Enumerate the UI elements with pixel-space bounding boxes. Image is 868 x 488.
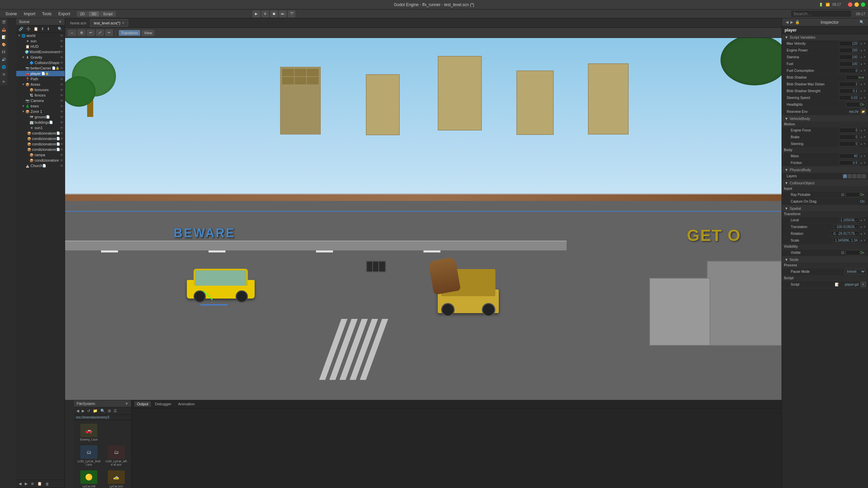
view-3d-button[interactable]: 3D — [88, 11, 99, 17]
spinner-dn3[interactable]: ▼ — [863, 56, 866, 59]
value-max-velocity[interactable]: 120 — [839, 41, 859, 46]
spatial-header[interactable]: ▼ Spatial — [782, 205, 868, 211]
tree-item-camera[interactable]: 📷 Camera 👁 — [16, 98, 65, 103]
eye-icon[interactable]: 👁 — [60, 66, 63, 70]
layer-chip-5[interactable] — [862, 174, 866, 178]
tool-rotate[interactable]: ↩ — [87, 29, 95, 36]
animation-tab[interactable]: Animation — [175, 401, 197, 407]
search-input[interactable] — [791, 10, 852, 17]
eye-icon[interactable]: 👁 — [60, 77, 63, 81]
value-scale[interactable]: 1.345896, 1.34 — [833, 238, 859, 243]
tab-home-scn[interactable]: home.scn — [66, 19, 90, 27]
fs-item-lycar-scn[interactable]: 🚕 LyCar.scn — [103, 469, 130, 488]
tree-item-church[interactable]: ⛪ Church 📄 👁 — [16, 163, 65, 168]
tree-item-zone1[interactable]: ▼ 📦 Zone 1 👁 — [16, 109, 65, 114]
select-pause-mode[interactable]: Inherit Stop Process — [845, 269, 866, 274]
tree-item-world-env[interactable]: 🌍 WorldEnvironment 👁 — [16, 49, 65, 55]
tree-item-player[interactable]: 🚗 player 📄 🔒 👁 — [16, 71, 65, 76]
collision-object-header[interactable]: ▼ CollisionObject — [782, 180, 868, 186]
spinner-dn[interactable]: ▼ — [863, 42, 866, 45]
spinner-dn12[interactable]: ▼ — [863, 155, 866, 158]
sidebar-icon-script[interactable]: 📝 — [0, 33, 7, 41]
spinner-up9[interactable]: ▲ — [860, 129, 863, 132]
output-tab[interactable]: Output — [134, 401, 151, 407]
sidebar-icon-scene[interactable]: 🎬 — [0, 18, 7, 26]
tree-item-bonuses[interactable]: 📦 bonuses 👁 — [16, 87, 65, 93]
layer-chip-4[interactable] — [857, 174, 861, 178]
scene-add-btn[interactable]: ➕ — [25, 26, 32, 32]
layer-chip-3[interactable] — [852, 174, 856, 178]
fs-new-folder-btn[interactable]: 📁 — [92, 408, 99, 413]
layer-chip-2[interactable] — [848, 174, 852, 178]
tool-move[interactable]: ⊕ — [78, 29, 85, 36]
spinner-up5[interactable]: ▲ — [860, 69, 863, 72]
fs-item-enemy[interactable]: 🚗 Enemy_l.scn — [76, 422, 102, 443]
spinner-up11[interactable]: ▲ — [860, 142, 863, 145]
spinner-dn9[interactable]: ▼ — [863, 129, 866, 132]
spinner-dn13[interactable]: ▼ — [863, 161, 866, 164]
fs-item-lod-wheel[interactable]: 🗂 LOD_LyCar_whe el.scn — [103, 444, 130, 468]
tree-item-better-camer[interactable]: 📷 betterCamer 📄 🔒 👁 — [16, 65, 65, 71]
play-button[interactable]: ▶ — [253, 11, 260, 17]
eye-icon[interactable]: 👁 — [60, 142, 63, 146]
inspector-history-prev[interactable]: ◀ — [785, 20, 789, 25]
scene-new-btn[interactable]: 🔗 — [18, 26, 24, 32]
inspector-lock-btn[interactable]: 🔒 — [794, 20, 801, 25]
value-fuel[interactable]: 100 — [839, 61, 859, 66]
tree-item-sun[interactable]: ☀ sun 👁 — [16, 38, 65, 44]
debugger-tab[interactable]: Debugger — [152, 401, 174, 407]
value-translation[interactable]: -100.619926, - — [834, 224, 859, 229]
rearview-edit-btn[interactable]: 📁 — [861, 109, 866, 114]
spinner-up7[interactable]: ▲ — [860, 89, 863, 93]
layer-chip-1[interactable] — [843, 174, 847, 178]
eye-icon[interactable]: 👁 — [60, 115, 63, 119]
eye-icon[interactable]: 👁 — [60, 83, 63, 86]
eye-icon[interactable]: 👁 — [60, 164, 63, 168]
eye-icon[interactable]: 👁 — [60, 131, 63, 135]
spinner-up17[interactable]: ▲ — [860, 239, 863, 242]
value-rotation[interactable]: -0, -29.917179, - — [831, 231, 859, 236]
spinner-dn11[interactable]: ▼ — [863, 142, 866, 145]
sidebar-icon-animation[interactable]: 🎞 — [0, 48, 7, 56]
tree-item-condizionatore2[interactable]: 📦 condizionatore 📄 👁 — [16, 136, 65, 141]
sidebar-icon-shader[interactable]: 🎨 — [0, 41, 7, 48]
eye-icon[interactable]: 👁 — [60, 137, 63, 141]
tree-item-condizionatore4[interactable]: 📦 condizionatore 📄 👁 — [16, 147, 65, 152]
tool-scale[interactable]: ⤢ — [96, 29, 104, 36]
tree-item-world[interactable]: ▼ 🌐 world 👁 — [16, 33, 65, 38]
spinner-up3[interactable]: ▲ — [860, 56, 863, 59]
spinner-up12[interactable]: ▲ — [860, 155, 863, 158]
transform-btn[interactable]: Transform — [119, 30, 140, 36]
maximize-button[interactable] — [861, 2, 865, 7]
node-header[interactable]: ▼ Node — [782, 257, 868, 263]
spinner-up14[interactable]: ▲ — [860, 219, 863, 222]
value-brake[interactable]: 0 — [839, 135, 859, 140]
spinner-dn10[interactable]: ▼ — [863, 136, 866, 139]
spinner-dn14[interactable]: ▼ — [863, 219, 866, 222]
spinner-dn7[interactable]: ▼ — [863, 89, 866, 93]
value-engine-power[interactable]: 150 — [839, 48, 859, 53]
fs-forward-btn[interactable]: ▶ — [81, 408, 85, 413]
eye-icon[interactable]: 👁 — [60, 159, 63, 162]
script-edit-btn[interactable]: ▼ — [861, 282, 866, 287]
spinner-dn4[interactable]: ▼ — [863, 62, 866, 65]
spinner-up13[interactable]: ▲ — [860, 161, 863, 164]
spinner-up10[interactable]: ▲ — [860, 136, 863, 139]
value-blob-shadow[interactable]: true — [846, 75, 866, 80]
value-local[interactable]: 1.165636, - — [839, 218, 860, 223]
value-blob-shadow-dist[interactable]: 2 — [839, 82, 859, 87]
fs-item-lycar-mtl[interactable]: 🟡 LyCar.mtl — [76, 469, 102, 488]
tree-item-rampa[interactable]: 📦 rampa 👁 — [16, 152, 65, 158]
tree-item-condizionatore3[interactable]: 📦 condizionatore 📄 👁 — [16, 141, 65, 147]
tree-item-gravity[interactable]: ▼ ⬇ Gravity 👁 — [16, 55, 65, 60]
value-capture-drag[interactable]: On — [846, 199, 866, 204]
physics-body-header[interactable]: ▼ PhysicsBody — [782, 167, 868, 173]
eye-icon[interactable]: 👁 — [60, 121, 63, 124]
tree-item-fences[interactable]: 🏗 fences 👁 — [16, 93, 65, 98]
value-ray-pickable[interactable]: On — [846, 192, 866, 197]
eye-icon[interactable]: 👁 — [60, 148, 63, 151]
pause-button[interactable]: ⏸ — [261, 11, 269, 17]
sidebar-icon-network[interactable]: 🌐 — [0, 63, 7, 70]
scene-bottom-4[interactable]: 📋 — [36, 481, 43, 486]
window-controls[interactable] — [848, 2, 865, 7]
